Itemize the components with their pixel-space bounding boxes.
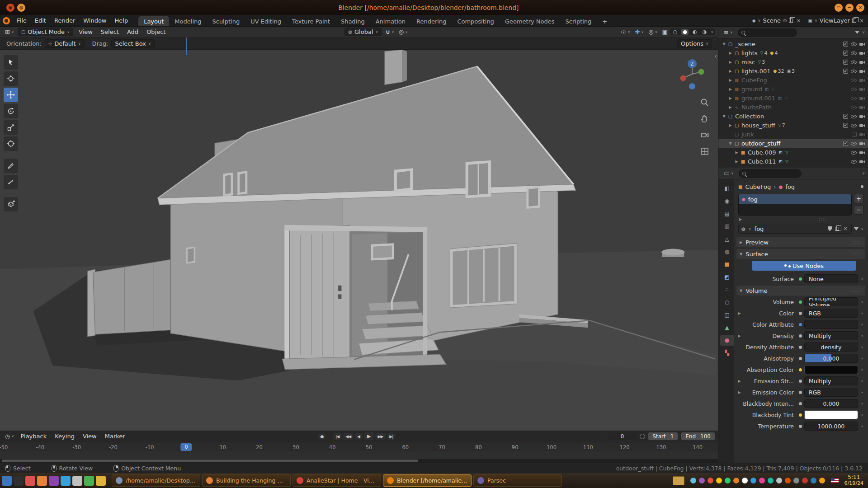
xray-toggle-button[interactable]: ▣ (660, 28, 670, 35)
property-field[interactable]: 1000.000 (804, 422, 858, 431)
add-slot-button[interactable]: + (854, 194, 863, 203)
tray-icon[interactable] (811, 478, 816, 483)
hide-eye-icon[interactable] (851, 113, 857, 119)
hide-eye-icon[interactable] (851, 150, 857, 155)
disclosure-triangle[interactable]: ▶ (727, 69, 733, 73)
tab-modeling[interactable]: Modeling (169, 16, 207, 26)
tab-layout[interactable]: Layout (138, 16, 169, 26)
toggle-view-icon[interactable] (699, 145, 711, 157)
tray-icon[interactable] (690, 478, 696, 483)
launcher-icon[interactable] (49, 476, 59, 486)
properties-tab-particles[interactable]: ∴ (720, 284, 734, 295)
play-button[interactable]: ▶ (364, 432, 373, 440)
hide-eye-icon[interactable] (851, 141, 857, 146)
taskbar-window-vivaldi[interactable]: AnalieStar | Home - Viv... (292, 474, 381, 487)
animate-dot-icon[interactable]: • (858, 389, 866, 395)
unlink-material-icon[interactable]: × (842, 225, 849, 232)
exclude-checkbox[interactable]: ✓ (843, 69, 848, 74)
disable-render-icon[interactable] (859, 113, 866, 119)
outliner-row-CubeFog[interactable]: ▶■CubeFog (718, 75, 868, 84)
disable-render-icon[interactable] (859, 86, 866, 92)
launcher-icon[interactable] (96, 476, 106, 486)
disable-render-icon[interactable] (859, 41, 866, 47)
animate-dot-icon[interactable]: • (858, 322, 866, 328)
tab-geometry-nodes[interactable]: Geometry Nodes (500, 16, 560, 26)
tray-icon[interactable] (768, 478, 774, 483)
gizmo-x-axis[interactable] (680, 75, 686, 81)
properties-tab-object-data[interactable]: ▲ (720, 322, 734, 333)
viewlayer-selector[interactable]: ▣ ∨ ViewLayer × (805, 17, 868, 24)
exclude-checkbox[interactable]: ✓ (843, 114, 848, 119)
add-workspace-button[interactable]: + (597, 16, 613, 26)
disable-render-icon[interactable] (859, 159, 866, 164)
outliner-row-ground.001[interactable]: ▶■ground.001◩▽ (718, 94, 868, 103)
tool-transform-button[interactable] (4, 136, 18, 151)
properties-tab-output[interactable]: ▤ (720, 208, 734, 219)
exclude-checkbox[interactable]: ✓ (843, 42, 848, 47)
door-handle[interactable] (338, 286, 341, 291)
material-name-field[interactable]: fog (755, 225, 825, 232)
disclosure-triangle[interactable]: ▶ (727, 96, 733, 100)
properties-tab-tool[interactable]: ◧ (720, 183, 734, 194)
properties-tab-modifiers[interactable]: ◩ (720, 272, 734, 282)
properties-tab-world[interactable]: ◍ (720, 246, 734, 257)
property-field[interactable] (804, 410, 858, 419)
filter-icon[interactable] (854, 227, 859, 230)
property-field[interactable]: Multiply (804, 331, 858, 340)
hide-eye-icon[interactable] (851, 122, 857, 128)
menu-help[interactable]: Help (111, 15, 132, 26)
rollup-button[interactable]: ◠ (835, 4, 843, 12)
exclude-checkbox[interactable]: ✓ (843, 51, 848, 56)
pan-hand-icon[interactable] (699, 113, 711, 125)
properties-tab-material[interactable]: ● (720, 335, 734, 346)
expand-arrow-icon[interactable]: ▶ (736, 311, 742, 315)
breadcrumb-object[interactable]: CubeFog (745, 183, 771, 190)
shading-wireframe-button[interactable]: ○ (672, 29, 679, 35)
tool-move-button[interactable] (4, 88, 18, 102)
collapse-panel-arrow[interactable]: ‹ (714, 52, 717, 60)
gizmos-button[interactable]: ✚∨ (632, 28, 646, 35)
breadcrumb-material[interactable]: fog (785, 183, 795, 190)
animate-dot-icon[interactable]: • (858, 412, 866, 418)
exclude-checkbox[interactable]: ✓ (843, 123, 848, 128)
launcher-icon[interactable] (37, 476, 47, 486)
hide-eye-icon[interactable] (851, 41, 857, 47)
outliner-row-house_stuff[interactable]: ▶▢house_stuff▽7✓ (718, 121, 868, 130)
menu-window[interactable]: Window (79, 15, 110, 26)
launcher-icon[interactable] (61, 476, 71, 486)
next-frame-button[interactable]: ▶▶ (375, 433, 385, 440)
transform-orientation-dropdown[interactable]: ◍ Global ∨ (344, 28, 382, 36)
blender-logo-icon[interactable] (3, 17, 10, 24)
current-frame-field[interactable]: 0 (607, 432, 637, 441)
viewport-menu-select[interactable]: Select (97, 28, 123, 35)
disable-render-icon[interactable] (859, 95, 866, 101)
tray-icon[interactable] (793, 478, 799, 483)
editor-type-button[interactable]: ⊞ ∨ (3, 28, 16, 35)
timeline-ruler[interactable]: -50-40-30-20-100102030405060708090100110… (0, 442, 718, 452)
mode-dropdown[interactable]: ▢ Object Mode ∨ (18, 28, 73, 36)
animate-dot-icon[interactable]: • (858, 367, 866, 373)
minimize-button[interactable]: − (845, 4, 854, 12)
fake-user-icon[interactable] (828, 226, 832, 231)
outliner-row-Collection[interactable]: ▼▢Collection✓ (718, 112, 868, 121)
hide-eye-icon[interactable] (851, 59, 857, 65)
hide-eye-icon[interactable] (851, 104, 857, 110)
outliner-row-ground[interactable]: ▶■ground◩▽ (718, 84, 868, 94)
property-field[interactable]: density (804, 343, 858, 352)
tray-icon[interactable] (819, 478, 825, 483)
disable-render-icon[interactable] (859, 104, 866, 110)
outliner-row-lights.001[interactable]: ▶▢lights.001●32▣3✓ (718, 66, 868, 75)
outliner-row-NurbsPath[interactable]: ▶∿NurbsPath (718, 103, 868, 112)
menu-edit[interactable]: Edit (31, 15, 50, 26)
properties-tab-physics[interactable]: ○ (720, 297, 734, 308)
viewport-menu-view[interactable]: View (75, 28, 97, 35)
tab-sculpting[interactable]: Sculpting (207, 16, 245, 26)
tab-shading[interactable]: Shading (335, 16, 370, 26)
property-field[interactable]: RGB (804, 388, 858, 397)
expand-arrow-icon[interactable]: ▶ (736, 379, 742, 383)
hide-eye-icon[interactable] (851, 86, 857, 92)
delete-scene-icon[interactable]: × (795, 18, 802, 24)
front-door[interactable] (289, 225, 349, 362)
viewport-menu-object[interactable]: Object (142, 28, 170, 35)
timeline-menu-marker[interactable]: Marker (101, 433, 129, 440)
